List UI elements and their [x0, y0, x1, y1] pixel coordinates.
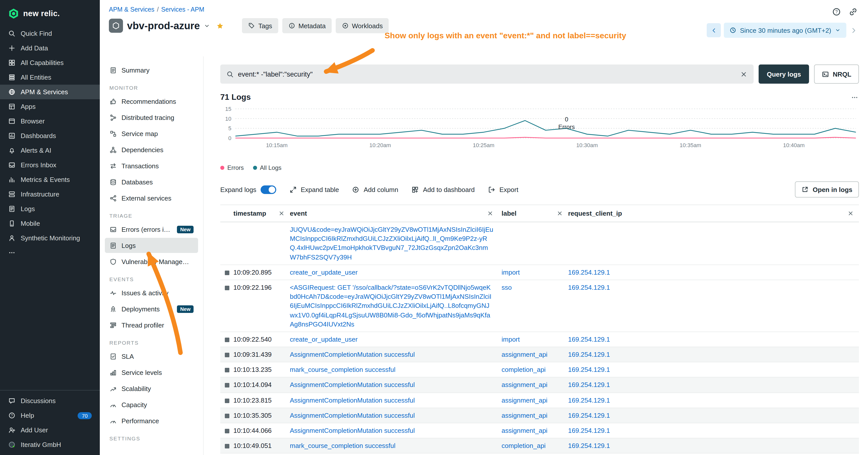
- view-log-icon[interactable]: [224, 286, 229, 290]
- log-row[interactable]: 10:10:14.094AssignmentCompletionMutation…: [220, 378, 859, 393]
- column-header-timestamp[interactable]: timestamp: [234, 209, 290, 217]
- tags-button[interactable]: Tags: [242, 18, 278, 33]
- column-header-label[interactable]: label: [501, 209, 568, 217]
- sidebar-item-apm-services[interactable]: APM & Services: [0, 85, 100, 99]
- sidebar-item-dashboards[interactable]: Dashboards: [0, 129, 100, 143]
- subnav-item-recommendations[interactable]: Recommendations: [105, 94, 198, 109]
- log-row[interactable]: 10:10:35.305AssignmentCompletionMutation…: [220, 408, 859, 423]
- metadata-button[interactable]: Metadata: [282, 18, 332, 33]
- view-log-icon[interactable]: [224, 383, 229, 388]
- legend-all-logs[interactable]: All Logs: [253, 164, 281, 171]
- subnav-item-service-map[interactable]: Service map: [105, 126, 198, 141]
- subnav-item-summary[interactable]: Summary: [105, 63, 198, 77]
- log-event-link[interactable]: AssignmentCompletionMutation successful: [290, 426, 415, 435]
- log-ip-link[interactable]: 169.254.129.1: [568, 396, 610, 405]
- sidebar-item-mobile[interactable]: Mobile: [0, 216, 100, 231]
- sidebar-item-infrastructure[interactable]: Infrastructure: [0, 187, 100, 201]
- column-header-event[interactable]: event: [290, 209, 501, 217]
- log-label-link[interactable]: assignment_api: [501, 381, 548, 390]
- expand-logs-toggle[interactable]: Expand logs: [220, 185, 276, 194]
- remove-timestamp-column-icon[interactable]: [278, 210, 285, 217]
- sidebar-item-discussions[interactable]: Discussions: [0, 393, 100, 408]
- subnav-item-issues-activity[interactable]: Issues & activity: [105, 285, 198, 300]
- export-button[interactable]: Export: [488, 186, 519, 193]
- log-ip-link[interactable]: 169.254.129.1: [568, 365, 610, 375]
- view-log-icon[interactable]: [224, 414, 229, 418]
- log-row[interactable]: 10:09:22.540create_or_update_userimport1…: [220, 332, 859, 347]
- sidebar-item-item[interactable]: [0, 246, 100, 260]
- log-label-link[interactable]: import: [501, 335, 520, 344]
- subnav-item-transactions[interactable]: Transactions: [105, 158, 198, 173]
- log-ip-link[interactable]: 169.254.129.1: [568, 442, 610, 451]
- view-log-icon[interactable]: [224, 444, 229, 449]
- log-event-link[interactable]: <ASGIRequest: GET '/sso/callback/?state=…: [290, 283, 494, 329]
- subnav-item-distributed-tracing[interactable]: Distributed tracing: [105, 110, 198, 125]
- remove-event-column-icon[interactable]: [487, 210, 494, 217]
- expand-table-button[interactable]: Expand table: [289, 186, 339, 193]
- time-range-button[interactable]: Since 30 minutes ago (GMT+2): [724, 23, 846, 38]
- add-column-button[interactable]: Add column: [352, 186, 398, 193]
- log-event-link[interactable]: mark_course_completion successful: [290, 442, 396, 451]
- sidebar-item-iterativ-gmbh[interactable]: Iterativ GmbH: [0, 437, 100, 452]
- open-in-logs-button[interactable]: Open in logs: [795, 182, 859, 197]
- log-row[interactable]: 10:09:20.895create_or_update_userimport1…: [220, 265, 859, 280]
- view-log-icon[interactable]: [224, 398, 229, 403]
- view-log-icon[interactable]: [224, 368, 229, 372]
- breadcrumb-services-apm[interactable]: Services - APM: [161, 6, 205, 13]
- subnav-item-external-services[interactable]: External services: [105, 191, 198, 205]
- subnav-item-deployments[interactable]: DeploymentsNew: [105, 301, 198, 317]
- log-ip-link[interactable]: 169.254.129.1: [568, 268, 610, 277]
- log-label-link[interactable]: assignment_api: [501, 426, 548, 435]
- log-label-link[interactable]: import: [501, 268, 520, 277]
- workloads-button[interactable]: Workloads: [336, 18, 389, 33]
- favorite-star-icon[interactable]: [216, 21, 225, 31]
- nrql-button[interactable]: NRQL: [814, 65, 859, 84]
- sidebar-item-metrics-events[interactable]: Metrics & Events: [0, 172, 100, 187]
- sidebar-item-errors-inbox[interactable]: Errors Inbox: [0, 158, 100, 172]
- subnav-item-thread-profiler[interactable]: Thread profiler: [105, 318, 198, 332]
- subnav-item-databases[interactable]: Databases: [105, 174, 198, 190]
- subnav-item-performance[interactable]: Performance: [105, 413, 198, 428]
- query-logs-button[interactable]: Query logs: [758, 65, 809, 84]
- time-back-button[interactable]: [707, 23, 721, 37]
- remove-ip-column-icon[interactable]: [847, 210, 854, 217]
- subnav-item-errors-errors-inb[interactable]: Errors (errors inb...New: [105, 222, 198, 237]
- log-ip-link[interactable]: 169.254.129.1: [568, 381, 610, 390]
- sidebar-item-help[interactable]: ?Help70: [0, 408, 100, 423]
- log-ip-link[interactable]: 169.254.129.1: [568, 411, 610, 420]
- sidebar-item-quick-find[interactable]: Quick Find: [0, 26, 100, 41]
- column-header-request-client-ip[interactable]: request_client_ip: [568, 209, 859, 217]
- view-log-icon[interactable]: [224, 337, 229, 342]
- log-row[interactable]: 10:11:00.311AssignmentCompletionMutation…: [220, 454, 859, 455]
- log-row[interactable]: JUQVU&code=eyJraWQiOiJjcGltY29yZV8wOTl1M…: [220, 222, 859, 265]
- log-ip-link[interactable]: 169.254.129.1: [568, 350, 610, 359]
- log-event-link[interactable]: JUQVU&code=eyJraWQiOiJjcGltY29yZV8wOTl1M…: [290, 225, 494, 262]
- sidebar-item-logs[interactable]: Logs: [0, 201, 100, 216]
- logs-query-input[interactable]: event:* -"label":"security": [220, 65, 753, 84]
- log-event-link[interactable]: AssignmentCompletionMutation successful: [290, 350, 415, 359]
- sidebar-item-alerts-ai[interactable]: Alerts & AI: [0, 143, 100, 158]
- log-event-link[interactable]: AssignmentCompletionMutation successful: [290, 396, 415, 405]
- log-row[interactable]: 10:10:23.815AssignmentCompletionMutation…: [220, 393, 859, 408]
- subnav-item-dependencies[interactable]: Dependencies: [105, 142, 198, 157]
- subnav-item-sla[interactable]: SLA: [105, 349, 198, 364]
- log-event-link[interactable]: mark_course_completion successful: [290, 365, 396, 375]
- remove-label-column-icon[interactable]: [557, 210, 563, 217]
- add-to-dashboard-button[interactable]: Add to dashboard: [411, 186, 474, 193]
- permalink-icon[interactable]: [848, 7, 858, 17]
- view-log-icon[interactable]: [224, 353, 229, 357]
- log-label-link[interactable]: assignment_api: [501, 396, 548, 405]
- log-ip-link[interactable]: 169.254.129.1: [568, 426, 610, 435]
- breadcrumb-apm-services[interactable]: APM & Services: [109, 6, 155, 13]
- log-label-link[interactable]: sso: [501, 283, 512, 292]
- log-row[interactable]: 10:10:49.051mark_course_completion succe…: [220, 438, 859, 454]
- log-event-link[interactable]: AssignmentCompletionMutation successful: [290, 411, 415, 420]
- log-label-link[interactable]: assignment_api: [501, 350, 548, 359]
- view-log-icon[interactable]: [224, 270, 229, 275]
- subnav-item-vulnerability-management[interactable]: Vulnerability Management: [105, 254, 198, 269]
- sidebar-item-all-entities[interactable]: All Entities: [0, 70, 100, 85]
- time-forward-button[interactable]: [849, 26, 858, 34]
- subnav-item-capacity[interactable]: Capacity: [105, 397, 198, 412]
- sidebar-item-add-data[interactable]: Add Data: [0, 41, 100, 56]
- subnav-item-logs[interactable]: Logs: [105, 238, 198, 253]
